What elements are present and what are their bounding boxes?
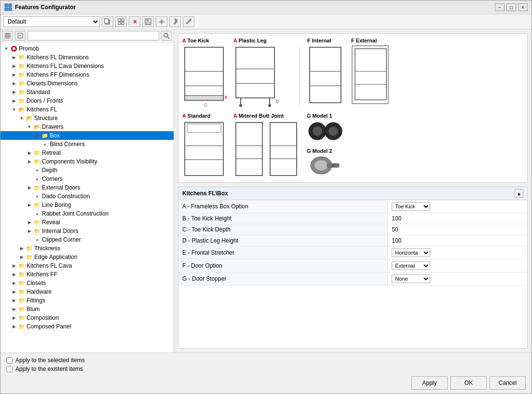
svg-point-61 <box>313 126 322 136</box>
minimize-button[interactable]: − <box>495 3 505 11</box>
svg-line-26 <box>168 37 170 39</box>
cancel-button[interactable]: Cancel <box>490 376 526 390</box>
prop-value-c <box>388 224 527 235</box>
tree-item-corners[interactable]: ● Corners <box>0 175 174 183</box>
preview-model1: G Model 1 <box>307 113 345 144</box>
tree-item-rabbet[interactable]: ● Rabbet Joint Construction <box>0 209 174 218</box>
mitered-letter: A <box>233 113 237 119</box>
tree-item-kitchens-fl[interactable]: ▼ 📂 Kitchens FL <box>0 105 174 114</box>
checkbox-selected-items[interactable] <box>6 357 13 364</box>
tree-item-edge-app[interactable]: ▶ 📁 Edge Application <box>0 253 174 261</box>
tree-label-kfl: Kitchens FL <box>27 106 57 113</box>
prop-input-d[interactable] <box>392 237 523 244</box>
expander-hardware: ▶ <box>10 288 18 296</box>
tree-item-standard[interactable]: ▶ 📁 Standard <box>0 88 174 96</box>
bullet-icon-depth: ● <box>33 166 41 174</box>
toolbar-btn-pencil[interactable] <box>183 16 194 27</box>
prop-label-a: A - Frameless Box Option <box>178 200 388 213</box>
prop-row-e: E - Frontal Stretcher Horizonta Vertical… <box>178 246 527 259</box>
prop-input-b[interactable] <box>392 215 523 222</box>
svg-rect-22 <box>8 36 10 38</box>
folder-icon-fittings: 📁 <box>18 297 26 304</box>
tree-item-depth[interactable]: ● Depth <box>0 166 174 175</box>
tree-item-promob[interactable]: ▼ Promob <box>0 44 174 53</box>
folder-icon-extdoors: 📁 <box>33 184 41 191</box>
tree-item-kflcava[interactable]: ▶ 📁 Kitchens FL Cava <box>0 261 174 270</box>
prop-select-f[interactable]: External Internal None <box>392 261 430 270</box>
tree-item-kff[interactable]: ▶ 📁 Kitchens FF <box>0 270 174 279</box>
f-external-letter: F <box>351 38 355 43</box>
tree-expand-btn[interactable] <box>2 31 13 41</box>
preview-standard: A Standard <box>182 113 226 179</box>
tree-item-drawers[interactable]: ▼ 📂 Drawers <box>0 122 174 131</box>
tree-item-hardware[interactable]: ▶ 📁 Hardware <box>0 287 174 296</box>
ok-button[interactable]: OK <box>450 376 487 390</box>
tree-collapse-btn[interactable] <box>15 31 26 41</box>
tree-item-fittings[interactable]: ▶ 📁 Fittings <box>0 296 174 305</box>
expander-clipped <box>26 236 33 244</box>
maximize-button[interactable]: □ <box>506 3 516 11</box>
tree-item-dado[interactable]: ● Dado Construction <box>0 192 174 201</box>
prop-select-g[interactable]: None Model 1 Model 2 <box>392 274 430 283</box>
apply-button[interactable]: Apply <box>411 376 448 390</box>
tree-item-kflcava-dim[interactable]: ▶ 📁 Kitchens FL Cava Dimensions <box>0 62 174 70</box>
profile-dropdown[interactable]: Default <box>3 16 100 27</box>
toolbar-btn-wrench[interactable] <box>169 16 181 27</box>
tree-item-thickness[interactable]: ▶ 📁 Thickness <box>0 244 174 253</box>
prop-label-e: E - Frontal Stretcher <box>178 246 388 259</box>
checkbox-existent-items[interactable] <box>6 366 13 372</box>
prop-label-g: G - Door Stopper <box>178 272 388 285</box>
model1-label: Model 1 <box>311 113 332 119</box>
expander-standard: ▶ <box>10 88 18 96</box>
tree-item-doors-fronts[interactable]: ▶ 📁 Doors / Fronts <box>0 96 174 105</box>
folder-icon-doors: 📁 <box>18 97 26 105</box>
folder-icon-edgeapp: 📁 <box>26 253 33 261</box>
tree-item-line-boring[interactable]: ▶ 📁 Line Boring <box>0 201 174 209</box>
tree-item-reveal[interactable]: ▶ 📁 Reveal <box>0 218 174 227</box>
tree-item-retreat[interactable]: ▶ 📁 Retreat <box>0 149 174 157</box>
tree-item-blum[interactable]: ▶ 📁 Blum <box>0 305 174 313</box>
tree-item-clipped[interactable]: ● Clipped Corner <box>0 235 174 244</box>
expander-thickness: ▶ <box>18 245 26 252</box>
svg-rect-20 <box>8 33 10 35</box>
svg-point-14 <box>161 21 162 22</box>
tree-item-closets-dim[interactable]: ▶ 📁 Closets Dimensions <box>0 79 174 88</box>
tree-item-box[interactable]: ▶ 📁 Box <box>0 131 174 140</box>
prop-value-d <box>388 235 527 246</box>
bullet-icon-rabbet: ● <box>33 210 41 217</box>
prop-row-d: D - Plastic Leg Height <box>178 235 527 246</box>
tree-label-doors: Doors / Fronts <box>27 97 63 104</box>
close-button[interactable]: × <box>518 3 528 11</box>
expander-kff: ▶ <box>10 271 18 278</box>
prop-select-a[interactable]: Toe Kick Plastic Leg Standard <box>392 202 430 211</box>
expander-drawers: ▼ <box>26 123 33 131</box>
tree-item-kff-dim[interactable]: ▶ 📁 Kitchens FF Dimensions <box>0 70 174 79</box>
toolbar-btn-settings[interactable] <box>156 16 167 27</box>
folder-icon-kflcava: 📁 <box>18 262 26 270</box>
toolbar-btn-2[interactable] <box>115 16 127 27</box>
tree-item-structure[interactable]: ▼ 📂 Structure <box>0 114 174 122</box>
tree-item-composition[interactable]: ▶ 📁 Composition <box>0 313 174 322</box>
tree-item-comp-vis[interactable]: ▶ 📁 Components Visibility <box>0 157 174 166</box>
model2-svg <box>307 155 345 177</box>
collapse-button[interactable]: ▲ <box>515 189 523 198</box>
tree-item-blind-corners[interactable]: ● Blind Corners <box>0 140 174 149</box>
checkbox-existent-label[interactable]: Apply to the existent items <box>6 366 526 372</box>
prop-select-e[interactable]: Horizonta Vertical None <box>392 248 430 257</box>
tree-label-kff: Kitchens FF <box>27 271 57 278</box>
tree-item-int-doors[interactable]: ▶ 📁 Internal Doors <box>0 227 174 235</box>
tree-search-input[interactable] <box>27 31 159 41</box>
toolbar-btn-1[interactable] <box>102 16 113 27</box>
tree-item-composed-panel[interactable]: ▶ 📁 Composed Panel <box>0 322 174 331</box>
toolbar-btn-delete[interactable]: ✕ <box>129 16 140 27</box>
checkbox-selected-label[interactable]: Apply to the selected items <box>6 357 526 364</box>
tree-item-kfl-dim[interactable]: ▶ 📁 Kitchens FL Dimensions <box>0 53 174 62</box>
prop-input-c[interactable] <box>392 226 523 233</box>
prop-value-a: Toe Kick Plastic Leg Standard <box>388 200 527 213</box>
tree-item-closets[interactable]: ▶ 📁 Closets <box>0 279 174 287</box>
tree-search-button[interactable] <box>161 31 172 41</box>
window-controls: − □ × <box>495 3 528 11</box>
toolbar-btn-save[interactable] <box>142 16 154 27</box>
standard-svg <box>182 120 226 178</box>
tree-item-ext-doors[interactable]: ▶ 📁 External Doors <box>0 183 174 192</box>
